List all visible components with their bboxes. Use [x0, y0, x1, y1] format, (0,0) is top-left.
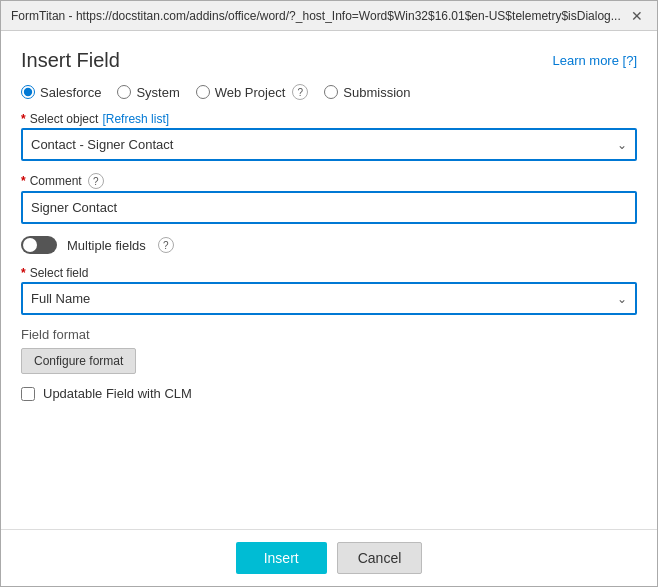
- select-field-label: * Select field: [21, 266, 637, 280]
- radio-salesforce-label: Salesforce: [40, 85, 101, 100]
- page-title: Insert Field: [21, 49, 120, 72]
- comment-label: * Comment ?: [21, 173, 637, 189]
- radio-web-project[interactable]: Web Project ?: [196, 84, 309, 100]
- select-object-label-text: Select object: [30, 112, 99, 126]
- radio-submission-label: Submission: [343, 85, 410, 100]
- refresh-list-link[interactable]: [Refresh list]: [102, 112, 169, 126]
- select-object-label: * Select object [Refresh list]: [21, 112, 637, 126]
- comment-help-icon[interactable]: ?: [88, 173, 104, 189]
- multiple-fields-row: Multiple fields ?: [21, 236, 637, 254]
- comment-required: *: [21, 174, 26, 188]
- select-object-group: * Select object [Refresh list] Contact -…: [21, 112, 637, 161]
- multiple-fields-help-icon[interactable]: ?: [158, 237, 174, 253]
- configure-format-button[interactable]: Configure format: [21, 348, 136, 374]
- updatable-field-row: Updatable Field with CLM: [21, 386, 637, 401]
- updatable-field-label: Updatable Field with CLM: [43, 386, 192, 401]
- field-format-section: Field format Configure format: [21, 327, 637, 374]
- field-format-title: Field format: [21, 327, 637, 342]
- select-field-label-text: Select field: [30, 266, 89, 280]
- comment-input[interactable]: [23, 193, 635, 222]
- radio-group: Salesforce System Web Project ? Submissi…: [21, 84, 637, 100]
- select-field-group: * Select field Full Name ⌄: [21, 266, 637, 315]
- radio-system[interactable]: System: [117, 85, 179, 100]
- comment-group: * Comment ?: [21, 173, 637, 224]
- dialog-footer: Insert Cancel: [1, 529, 657, 586]
- dialog-window: FormTitan - https://docstitan.com/addins…: [0, 0, 658, 587]
- multiple-fields-toggle[interactable]: [21, 236, 57, 254]
- dialog-content: Insert Field Learn more [?] Salesforce S…: [1, 31, 657, 529]
- comment-label-text: Comment: [30, 174, 82, 188]
- titlebar-title: FormTitan - https://docstitan.com/addins…: [11, 9, 621, 23]
- header-row: Insert Field Learn more [?]: [21, 49, 637, 72]
- close-button[interactable]: ✕: [627, 8, 647, 24]
- select-object-input[interactable]: Contact - Signer Contact: [23, 130, 635, 159]
- learn-more-link[interactable]: Learn more [?]: [552, 53, 637, 68]
- radio-web-project-label: Web Project: [215, 85, 286, 100]
- radio-system-label: System: [136, 85, 179, 100]
- toggle-slider: [21, 236, 57, 254]
- select-object-wrapper: Contact - Signer Contact ⌄: [21, 128, 637, 161]
- select-field-required: *: [21, 266, 26, 280]
- radio-submission[interactable]: Submission: [324, 85, 410, 100]
- web-project-help-icon[interactable]: ?: [292, 84, 308, 100]
- comment-input-wrapper: [21, 191, 637, 224]
- cancel-button[interactable]: Cancel: [337, 542, 423, 574]
- select-field-wrapper: Full Name ⌄: [21, 282, 637, 315]
- select-field-input[interactable]: Full Name: [23, 284, 635, 313]
- insert-button[interactable]: Insert: [236, 542, 327, 574]
- updatable-field-checkbox[interactable]: [21, 387, 35, 401]
- radio-salesforce[interactable]: Salesforce: [21, 85, 101, 100]
- titlebar: FormTitan - https://docstitan.com/addins…: [1, 1, 657, 31]
- multiple-fields-label: Multiple fields: [67, 238, 146, 253]
- select-object-required: *: [21, 112, 26, 126]
